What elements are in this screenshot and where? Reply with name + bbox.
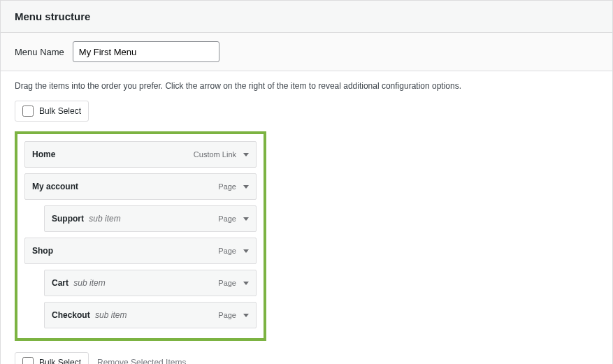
sub-item-label: sub item [89,214,120,224]
menu-item-title: Support sub item [52,214,121,224]
chevron-down-icon[interactable] [243,282,249,285]
bulk-select-top-checkbox[interactable] [22,105,34,117]
menu-item-type: Page [218,311,236,319]
bulk-select-bottom-checkbox[interactable] [22,357,34,364]
menu-item-controls: Page [218,214,249,223]
menu-item-title-text: Checkout [52,310,90,320]
menu-name-label: Menu Name [15,47,64,57]
instructions-text: Drag the items into the order you prefer… [1,71,612,98]
menu-item-controls: Page [218,247,249,255]
menu-item-type: Page [218,182,236,191]
menu-item-home[interactable]: Home Custom Link [24,141,257,168]
menu-item-controls: Page [218,311,249,319]
menu-item-title: Checkout sub item [52,310,127,320]
chevron-down-icon[interactable] [243,185,249,189]
bulk-select-bottom-label: Bulk Select [39,358,81,364]
menu-item-controls: Page [218,279,249,287]
menu-name-row: Menu Name [1,33,612,71]
bulk-select-top-label: Bulk Select [39,106,81,116]
menu-item-title: My account [32,182,78,191]
bulk-select-row-bottom: Bulk Select Remove Selected Items [1,352,612,364]
menu-structure-panel: Menu structure Menu Name Drag the items … [0,0,613,364]
menu-item-type: Custom Link [194,150,236,159]
menu-item-title-text: Support [52,214,84,224]
menu-item-title: Cart sub item [52,278,106,288]
menu-items-container: Home Custom Link My account Page Support… [15,131,266,341]
chevron-down-icon[interactable] [243,249,249,253]
bulk-select-top[interactable]: Bulk Select [15,101,89,122]
menu-item-type: Page [218,214,236,223]
menu-item-checkout[interactable]: Checkout sub item Page [44,302,257,328]
menu-item-support[interactable]: Support sub item Page [44,205,257,232]
bulk-select-bottom[interactable]: Bulk Select [15,352,89,364]
menu-item-title: Home [32,150,55,159]
menu-item-cart[interactable]: Cart sub item Page [44,270,257,296]
menu-item-shop[interactable]: Shop Page [24,238,257,264]
chevron-down-icon[interactable] [243,217,249,221]
panel-header: Menu structure [1,1,612,33]
page-title: Menu structure [15,10,598,22]
chevron-down-icon[interactable] [243,153,249,156]
menu-item-type: Page [218,279,236,287]
menu-item-title: Shop [32,246,53,256]
bulk-select-row-top: Bulk Select [1,98,612,131]
menu-item-title-text: Cart [52,278,68,288]
chevron-down-icon[interactable] [243,314,249,317]
remove-selected-link[interactable]: Remove Selected Items [97,358,186,364]
sub-item-label: sub item [95,310,127,320]
menu-name-input[interactable] [73,41,219,62]
sub-item-label: sub item [73,278,105,288]
menu-item-my-account[interactable]: My account Page [24,173,257,200]
menu-item-controls: Page [218,182,249,191]
menu-item-type: Page [218,247,236,255]
menu-item-controls: Custom Link [194,150,249,159]
